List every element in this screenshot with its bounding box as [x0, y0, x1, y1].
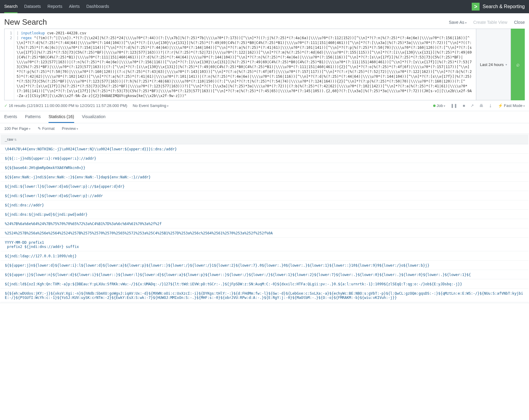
table-row[interactable]: ${jndi:dns://addr} [1, 201, 528, 210]
result-tabs: Events Patterns Statistics (16) Visualiz… [0, 111, 529, 123]
nav-search[interactable]: Search [4, 0, 17, 13]
table-row[interactable]: \044%7B\44{env:NOTHING:-j}\u0024{lower:N… [1, 145, 528, 154]
time-range-picker[interactable]: Last 24 hours [476, 29, 511, 100]
table-row[interactable]: ${jndi:ldap://127.0.0.1:1099/obj} [1, 252, 528, 261]
raw-cell: ${${eh:wDUdos:jKY:-j}${xksV:Xgi:-n}${hNd… [1, 289, 528, 302]
raw-cell: ${${base64:JHtqbmRpOmxkYXA6YWRkcn0=}} [1, 164, 528, 172]
raw-cell: %2524%257B%256a%256e%2564%2524%257B%2575… [1, 229, 528, 238]
table-row[interactable]: ${${upper:j}${lower:n}${lower:d}${lower:… [1, 271, 528, 279]
raw-cell: ${${::-j}nd${upper:ı}:rm${upper:ı}://add… [1, 154, 528, 163]
nav-reports[interactable]: Reports [48, 0, 62, 13]
stop-icon[interactable]: ■ [463, 103, 465, 108]
search-editor[interactable]: 1 2 | inputlookup cve-2021-44228.csv | r… [4, 29, 476, 100]
raw-cell: ${${env:NaN:-j}ndi${env:NaN:-:}${env:NaN… [1, 173, 528, 182]
tab-events[interactable]: Events [4, 111, 17, 123]
spl-command: inputlookup [21, 31, 45, 35]
search-icon: ⌕ [516, 61, 520, 68]
table-row[interactable]: ${${env:NaN:-j}ndi${env:NaN:-:}${env:NaN… [1, 173, 528, 182]
raw-cell: YYYY-MM-DD prefix1 prefix2 ${jndi:dns://… [1, 238, 528, 251]
line-gutter: 1 2 [5, 29, 14, 100]
top-nav-links: Search Datasets Reports Alerts Dashboard… [4, 0, 472, 13]
search-bar: 1 2 | inputlookup cve-2021-44228.csv | r… [0, 29, 529, 100]
table-row[interactable]: ${jndi:${lower:l}${lower:d}a${lower:p}:/… [1, 182, 528, 191]
header-actions: Save As Create Table View Close [449, 20, 525, 25]
top-navbar: Search Datasets Reports Alerts Dashboard… [0, 0, 529, 13]
table-toolbar: 100 Per Page ✎ Format Preview [0, 123, 529, 134]
format-button[interactable]: ✎ Format [38, 126, 55, 131]
spl-arg: "(?im)(?:^|[\\n]).*?(?:[\\x24]|%(?:25)*2… [17, 36, 472, 98]
raw-cell: ${jndi:ld${ozI:Kgh:Qn:TXM:-a}p:${DBEau:Y… [1, 280, 528, 289]
run-search-button[interactable]: ⌕ [511, 29, 525, 100]
table-row[interactable]: ${jndi:dns:${jndi:pwd}${jndi:pwd}addr} [1, 210, 528, 219]
table-row[interactable]: %24%7B%6a%6e%64%24%7B%75%70%70%65%72%3a%… [1, 220, 528, 228]
nav-datasets[interactable]: Datasets [24, 0, 41, 13]
preview-dropdown[interactable]: Preview [62, 126, 78, 131]
spl-command: regex [21, 36, 32, 40]
job-menu[interactable]: Job [433, 103, 446, 108]
horizontal-scrollbar[interactable] [0, 303, 529, 308]
raw-cell: ${jndi:${lower:l}${lower:d}a${lower:p}:/… [1, 192, 528, 200]
download-icon[interactable]: ⭳ [489, 103, 493, 108]
raw-cell: ${jndi:dns://addr} [1, 201, 528, 210]
tab-visualization[interactable]: Visualization [82, 111, 105, 123]
pause-icon[interactable]: ❚❚ [451, 103, 457, 108]
print-icon[interactable]: 🖶 [479, 103, 483, 108]
brand-label: Search & Reporting [483, 4, 525, 9]
raw-cell: %24%7B%6a%6e%64%24%7B%75%70%70%65%72%3a%… [1, 220, 528, 228]
per-page-dropdown[interactable]: 100 Per Page [4, 126, 30, 131]
table-row[interactable]: ${${upper:j}n${lower:d}${lower:i}:l${low… [1, 261, 528, 270]
table-row[interactable]: %2524%257B%256a%256e%2564%2524%257B%2575… [1, 229, 528, 238]
page-title: New Search [4, 17, 47, 27]
search-code[interactable]: | inputlookup cve-2021-44228.csv | regex… [14, 29, 476, 100]
nav-dashboards[interactable]: Dashboards [86, 0, 109, 13]
tab-statistics[interactable]: Statistics (16) [49, 111, 74, 123]
tab-patterns[interactable]: Patterns [25, 111, 41, 123]
app-brand[interactable]: > Search & Reporting [472, 3, 525, 11]
create-table-view-button: Create Table View [473, 20, 507, 25]
gutter-line: 1 [5, 31, 12, 36]
table-row[interactable]: ${jndi:${lower:l}${lower:d}a${lower:p}:/… [1, 192, 528, 200]
table-row[interactable]: ${jndi:ld${ozI:Kgh:Qn:TXM:-a}p:${DBEau:Y… [1, 280, 528, 289]
search-mode-dropdown[interactable]: Fast Mode [498, 103, 525, 108]
share-icon[interactable]: ↗ [471, 103, 474, 108]
table-row[interactable]: YYYY-MM-DD prefix1 prefix2 ${jndi:dns://… [1, 238, 528, 251]
page-header: New Search Save As Create Table View Clo… [0, 13, 529, 29]
nav-alerts[interactable]: Alerts [69, 0, 80, 13]
brand-logo-icon: > [472, 3, 480, 11]
raw-cell: ${jndi:ldap://127.0.0.1:1099/obj} [1, 252, 528, 261]
column-header-raw[interactable]: _raw [1, 135, 528, 144]
save-as-button[interactable]: Save As [449, 20, 467, 25]
results-table: _raw \044%7B\44{env:NOTHING:-j}\u0024{lo… [0, 134, 529, 303]
raw-cell: ${${upper:j}${lower:n}${lower:d}${lower:… [1, 271, 528, 279]
close-button[interactable]: Close [514, 20, 525, 25]
raw-cell: ${jndi:dns:${jndi:pwd}${jndi:pwd}addr} [1, 210, 528, 219]
results-summary: ✓16 results (12/19/21 11:00:00.000 PM to… [4, 103, 127, 108]
table-row[interactable]: ${${eh:wDUdos:jKY:-j}${xksV:Xgi:-n}${hNd… [1, 289, 528, 302]
table-row[interactable]: ${${::-j}nd${upper:ı}:rm${upper:ı}://add… [1, 154, 528, 163]
event-sampling-dropdown[interactable]: No Event Sampling [133, 103, 168, 108]
raw-cell: \044%7B\44{env:NOTHING:-j}\u0024{lower:N… [1, 145, 528, 154]
table-row[interactable]: ${${base64:JHtqbmRpOmxkYXA6YWRkcn0=}} [1, 164, 528, 172]
raw-cell: ${jndi:${lower:l}${lower:d}a${lower:p}:/… [1, 182, 528, 191]
gutter-line: 2 [5, 36, 12, 40]
job-status-bar: ✓16 results (12/19/21 11:00:00.000 PM to… [0, 100, 529, 111]
spl-arg: cve-2021-44228.csv [45, 31, 86, 35]
raw-cell: ${${upper:j}n${lower:d}${lower:i}:l${low… [1, 261, 528, 270]
